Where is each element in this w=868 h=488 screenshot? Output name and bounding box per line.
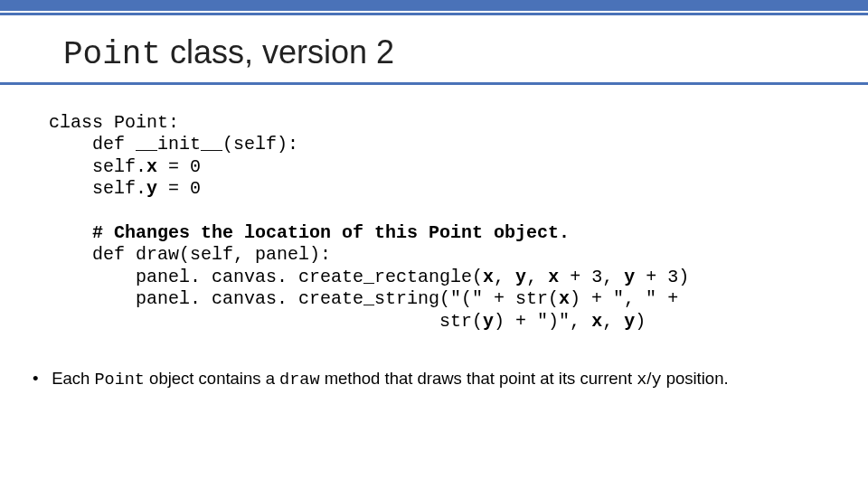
code-line-8-b2: y (515, 267, 526, 287)
code-line-8-s2: , (526, 267, 548, 287)
code-line-8-b4: y (624, 267, 635, 287)
code-line-9-pre: panel. canvas. create_string("(" + str( (49, 288, 559, 309)
code-block: class Point: def __init__(self): self.x … (0, 85, 868, 333)
code-line-10-b1: y (483, 311, 494, 332)
bullet-marker: • (33, 369, 47, 389)
bullet-m3: x (637, 371, 646, 389)
bullet-p5: position. (662, 369, 729, 388)
code-line-7: def draw(self, panel): (49, 244, 331, 265)
code-line-8-s4: + 3) (635, 267, 689, 287)
top-accent-bar-thick (0, 0, 868, 11)
code-line-3-post: = 0 (157, 156, 201, 177)
code-line-8-b3: x (548, 267, 559, 287)
code-line-8-s1: , (494, 267, 515, 287)
code-line-8-b1: x (483, 267, 494, 287)
code-line-8-s3: + 3, (559, 267, 624, 287)
bullet-p3: method that draws that point at its curr… (320, 369, 637, 388)
bullet-p1: Each (52, 369, 94, 388)
bullet-line: • Each Point object contains a draw meth… (0, 333, 868, 389)
title-rest: class, version 2 (161, 33, 394, 70)
slide-title: Point class, version 2 (0, 15, 868, 82)
code-line-10-s1: ) + ")", (494, 311, 591, 332)
title-mono-part: Point (63, 36, 161, 73)
code-line-4-pre: self. (49, 178, 146, 199)
code-line-10-pre: str( (49, 311, 483, 332)
bullet-p2: object contains a (145, 369, 279, 388)
code-comment: # Changes the location of this Point obj… (49, 222, 570, 243)
code-line-3-var: x (146, 156, 157, 177)
code-line-4-post: = 0 (157, 178, 201, 199)
code-line-10-b3: y (624, 311, 635, 332)
code-line-10-s3: ) (635, 311, 646, 332)
code-line-1: class Point: (49, 112, 179, 133)
bullet-m4: y (651, 371, 661, 389)
bullet-m1: Point (94, 371, 145, 389)
code-line-10-s2: , (602, 311, 624, 332)
bullet-m2: draw (279, 371, 319, 389)
code-line-4-var: y (146, 178, 157, 199)
code-line-10-b2: x (591, 311, 602, 332)
code-line-3-pre: self. (49, 156, 146, 177)
code-line-8-pre: panel. canvas. create_rectangle( (49, 267, 483, 287)
code-line-9-b1: x (559, 288, 570, 309)
code-line-9-s1: ) + ", " + (570, 288, 689, 309)
code-line-2: def __init__(self): (49, 134, 298, 155)
